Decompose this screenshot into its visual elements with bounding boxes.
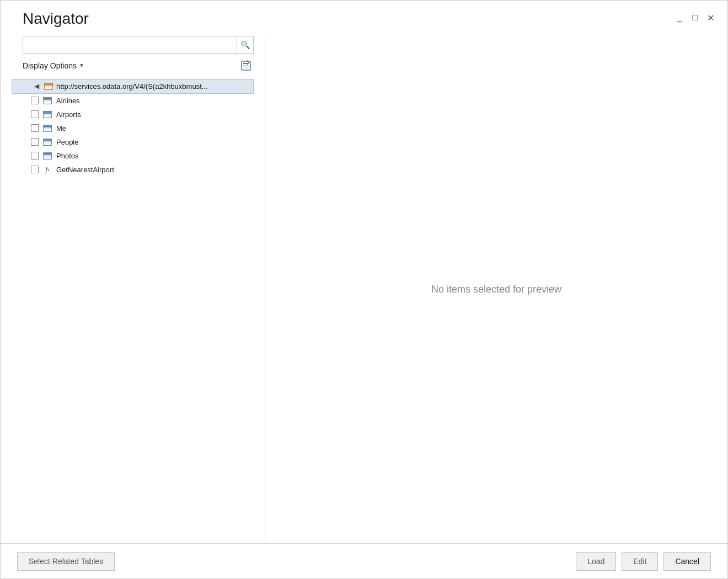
root-table-icon (44, 83, 53, 90)
list-item[interactable]: Airlines (1, 94, 265, 108)
item-label: Airlines (56, 97, 80, 105)
display-options-row: Display Options ▼ (1, 58, 265, 79)
footer: Select Related Tables Load Edit Cancel (1, 543, 727, 578)
people-checkbox[interactable] (31, 138, 39, 146)
footer-right: Load Edit Cancel (576, 552, 711, 571)
tree-area: ◀ http://services.odata.org/V4/(S(a2khbu… (1, 79, 265, 543)
cancel-button[interactable]: Cancel (663, 552, 711, 571)
item-label: Me (56, 124, 66, 132)
navigator-window: Navigator ⎯ □ ✕ 🔍 (0, 0, 728, 579)
item-label: Photos (56, 152, 78, 160)
minimize-button[interactable]: ⎯ (673, 12, 686, 24)
content-area: 🔍 Display Options ▼ (1, 36, 727, 543)
item-label: Airports (56, 110, 81, 119)
refresh-icon[interactable] (238, 58, 254, 73)
root-label: http://services.odata.org/V4/(S(a2khbuxb… (56, 82, 208, 91)
get-nearest-airport-checkbox[interactable] (31, 166, 39, 173)
tree-children: Airlines Airports Me (1, 94, 265, 177)
close-button[interactable]: ✕ (704, 12, 716, 24)
table-icon (43, 139, 52, 146)
right-panel: No items selected for preview (265, 36, 727, 543)
preview-empty-message: No items selected for preview (431, 284, 561, 295)
table-icon (43, 152, 52, 160)
table-icon (43, 125, 52, 132)
list-item[interactable]: People (1, 135, 265, 149)
svg-rect-3 (243, 67, 249, 68)
load-button[interactable]: Load (576, 552, 616, 571)
select-related-tables-button[interactable]: Select Related Tables (17, 552, 115, 571)
close-icon: ✕ (707, 13, 714, 23)
tree-root-item[interactable]: ◀ http://services.odata.org/V4/(S(a2khbu… (12, 79, 254, 94)
window-title: Navigator (23, 9, 89, 28)
item-label: People (56, 138, 78, 146)
airlines-checkbox[interactable] (31, 97, 39, 104)
search-icon[interactable]: 🔍 (237, 36, 253, 53)
title-bar: Navigator ⎯ □ ✕ (1, 1, 727, 28)
function-icon: fx (43, 166, 52, 173)
display-options-button[interactable]: Display Options ▼ (23, 61, 84, 70)
table-icon (43, 97, 52, 104)
expand-arrow-icon: ◀ (34, 82, 41, 90)
chevron-down-icon: ▼ (79, 62, 84, 68)
left-panel: 🔍 Display Options ▼ (1, 36, 265, 543)
list-item[interactable]: Photos (1, 149, 265, 163)
airports-checkbox[interactable] (31, 110, 39, 118)
svg-rect-2 (243, 65, 249, 66)
list-item[interactable]: Me (1, 121, 265, 135)
list-item[interactable]: fx GetNearestAirport (1, 163, 265, 177)
list-item[interactable]: Airports (1, 108, 265, 121)
window-controls: ⎯ □ ✕ (673, 12, 716, 24)
photos-checkbox[interactable] (31, 152, 39, 160)
search-wrapper: 🔍 (23, 36, 254, 54)
edit-button[interactable]: Edit (622, 552, 658, 571)
search-input[interactable] (23, 36, 237, 53)
table-icon (43, 111, 52, 118)
search-bar-row: 🔍 (1, 36, 265, 58)
maximize-button[interactable]: □ (689, 12, 701, 24)
maximize-icon: □ (692, 13, 698, 23)
me-checkbox[interactable] (31, 124, 39, 132)
display-options-label: Display Options (23, 61, 77, 70)
item-label: GetNearestAirport (56, 166, 114, 174)
minimize-icon: ⎯ (677, 13, 682, 23)
footer-left: Select Related Tables (17, 552, 115, 571)
